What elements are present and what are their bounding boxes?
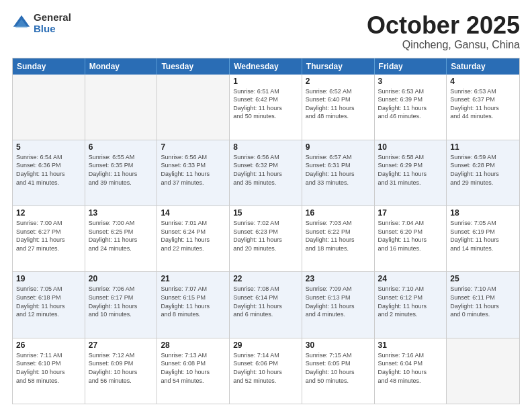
day-number: 29 <box>233 340 298 350</box>
day-info: Sunrise: 7:16 AM Sunset: 6:04 PM Dayligh… <box>378 351 443 385</box>
day-cell-13: 13Sunrise: 7:00 AM Sunset: 6:25 PM Dayli… <box>85 206 158 271</box>
logo-icon <box>12 14 31 33</box>
day-number: 20 <box>89 274 154 283</box>
calendar: SundayMondayTuesdayWednesdayThursdayFrid… <box>12 58 520 404</box>
header-cell-thursday: Thursday <box>302 58 375 75</box>
day-number: 11 <box>450 142 516 152</box>
calendar-header: SundayMondayTuesdayWednesdayThursdayFrid… <box>13 58 519 75</box>
day-info: Sunrise: 6:55 AM Sunset: 6:35 PM Dayligh… <box>89 153 154 187</box>
day-number: 24 <box>378 274 443 283</box>
calendar-row-1: 5Sunrise: 6:54 AM Sunset: 6:36 PM Daylig… <box>13 140 519 206</box>
day-info: Sunrise: 6:54 AM Sunset: 6:36 PM Dayligh… <box>16 153 81 187</box>
calendar-row-2: 12Sunrise: 7:00 AM Sunset: 6:27 PM Dayli… <box>13 206 519 272</box>
day-info: Sunrise: 6:56 AM Sunset: 6:33 PM Dayligh… <box>161 153 226 187</box>
day-info: Sunrise: 7:07 AM Sunset: 6:15 PM Dayligh… <box>161 285 226 318</box>
day-cell-15: 15Sunrise: 7:02 AM Sunset: 6:23 PM Dayli… <box>230 206 302 271</box>
header: General Blue October 2025 Qincheng, Gans… <box>12 12 520 51</box>
empty-cell <box>85 75 158 140</box>
day-number: 18 <box>450 208 516 218</box>
day-cell-7: 7Sunrise: 6:56 AM Sunset: 6:33 PM Daylig… <box>157 140 230 205</box>
logo-text: General Blue <box>34 12 71 34</box>
day-number: 6 <box>89 142 154 152</box>
day-number: 4 <box>450 77 516 86</box>
day-cell-26: 26Sunrise: 7:11 AM Sunset: 6:10 PM Dayli… <box>13 338 85 404</box>
day-number: 31 <box>378 340 443 350</box>
day-cell-30: 30Sunrise: 7:15 AM Sunset: 6:05 PM Dayli… <box>302 338 375 404</box>
day-cell-4: 4Sunrise: 6:53 AM Sunset: 6:37 PM Daylig… <box>447 75 519 140</box>
page: General Blue October 2025 Qincheng, Gans… <box>0 0 532 411</box>
month-title: October 2025 <box>367 12 520 39</box>
day-info: Sunrise: 6:56 AM Sunset: 6:32 PM Dayligh… <box>233 153 298 187</box>
empty-cell <box>13 75 85 140</box>
calendar-row-3: 19Sunrise: 7:05 AM Sunset: 6:18 PM Dayli… <box>13 272 519 338</box>
day-number: 10 <box>378 142 443 152</box>
day-info: Sunrise: 6:58 AM Sunset: 6:29 PM Dayligh… <box>378 153 443 187</box>
logo: General Blue <box>12 12 71 34</box>
day-info: Sunrise: 7:02 AM Sunset: 6:23 PM Dayligh… <box>233 219 298 253</box>
day-number: 26 <box>16 340 81 350</box>
day-info: Sunrise: 6:59 AM Sunset: 6:28 PM Dayligh… <box>450 153 516 187</box>
day-cell-10: 10Sunrise: 6:58 AM Sunset: 6:29 PM Dayli… <box>375 140 447 205</box>
day-number: 28 <box>161 340 226 350</box>
day-number: 23 <box>306 274 371 283</box>
day-info: Sunrise: 7:04 AM Sunset: 6:20 PM Dayligh… <box>378 219 443 253</box>
day-cell-12: 12Sunrise: 7:00 AM Sunset: 6:27 PM Dayli… <box>13 206 85 271</box>
day-info: Sunrise: 7:05 AM Sunset: 6:18 PM Dayligh… <box>16 285 81 318</box>
day-info: Sunrise: 7:10 AM Sunset: 6:12 PM Dayligh… <box>378 285 443 318</box>
day-info: Sunrise: 6:53 AM Sunset: 6:37 PM Dayligh… <box>450 87 516 121</box>
day-cell-19: 19Sunrise: 7:05 AM Sunset: 6:18 PM Dayli… <box>13 272 85 337</box>
header-cell-monday: Monday <box>85 58 158 75</box>
location-title: Qincheng, Gansu, China <box>367 39 520 51</box>
day-info: Sunrise: 6:57 AM Sunset: 6:31 PM Dayligh… <box>306 153 371 187</box>
title-block: October 2025 Qincheng, Gansu, China <box>367 12 520 51</box>
empty-cell <box>447 338 519 404</box>
logo-blue: Blue <box>34 24 71 35</box>
day-number: 7 <box>161 142 226 152</box>
day-number: 9 <box>306 142 371 152</box>
day-number: 14 <box>161 208 226 218</box>
day-info: Sunrise: 7:08 AM Sunset: 6:14 PM Dayligh… <box>233 285 298 318</box>
day-cell-25: 25Sunrise: 7:10 AM Sunset: 6:11 PM Dayli… <box>447 272 519 337</box>
day-info: Sunrise: 7:00 AM Sunset: 6:27 PM Dayligh… <box>16 219 81 253</box>
header-cell-wednesday: Wednesday <box>230 58 302 75</box>
day-info: Sunrise: 6:53 AM Sunset: 6:39 PM Dayligh… <box>378 87 443 121</box>
calendar-body: 1Sunrise: 6:51 AM Sunset: 6:42 PM Daylig… <box>13 75 519 404</box>
day-cell-29: 29Sunrise: 7:14 AM Sunset: 6:06 PM Dayli… <box>230 338 302 404</box>
day-info: Sunrise: 7:14 AM Sunset: 6:06 PM Dayligh… <box>233 351 298 385</box>
day-number: 2 <box>306 77 371 86</box>
day-number: 12 <box>16 208 81 218</box>
day-cell-22: 22Sunrise: 7:08 AM Sunset: 6:14 PM Dayli… <box>230 272 302 337</box>
day-cell-8: 8Sunrise: 6:56 AM Sunset: 6:32 PM Daylig… <box>230 140 302 205</box>
day-info: Sunrise: 7:05 AM Sunset: 6:19 PM Dayligh… <box>450 219 516 253</box>
day-number: 8 <box>233 142 298 152</box>
day-info: Sunrise: 6:51 AM Sunset: 6:42 PM Dayligh… <box>233 87 298 121</box>
day-cell-3: 3Sunrise: 6:53 AM Sunset: 6:39 PM Daylig… <box>375 75 447 140</box>
header-cell-saturday: Saturday <box>447 58 519 75</box>
header-cell-sunday: Sunday <box>13 58 85 75</box>
day-cell-20: 20Sunrise: 7:06 AM Sunset: 6:17 PM Dayli… <box>85 272 158 337</box>
day-info: Sunrise: 7:09 AM Sunset: 6:13 PM Dayligh… <box>306 285 371 318</box>
day-info: Sunrise: 7:12 AM Sunset: 6:09 PM Dayligh… <box>89 351 154 385</box>
day-number: 1 <box>233 77 298 86</box>
day-cell-31: 31Sunrise: 7:16 AM Sunset: 6:04 PM Dayli… <box>375 338 447 404</box>
day-number: 15 <box>233 208 298 218</box>
calendar-row-0: 1Sunrise: 6:51 AM Sunset: 6:42 PM Daylig… <box>13 75 519 140</box>
day-cell-5: 5Sunrise: 6:54 AM Sunset: 6:36 PM Daylig… <box>13 140 85 205</box>
day-cell-9: 9Sunrise: 6:57 AM Sunset: 6:31 PM Daylig… <box>302 140 375 205</box>
day-cell-16: 16Sunrise: 7:03 AM Sunset: 6:22 PM Dayli… <box>302 206 375 271</box>
day-number: 19 <box>16 274 81 283</box>
logo-general: General <box>34 12 71 24</box>
day-cell-18: 18Sunrise: 7:05 AM Sunset: 6:19 PM Dayli… <box>447 206 519 271</box>
day-cell-27: 27Sunrise: 7:12 AM Sunset: 6:09 PM Dayli… <box>85 338 158 404</box>
day-number: 16 <box>306 208 371 218</box>
day-info: Sunrise: 6:52 AM Sunset: 6:40 PM Dayligh… <box>306 87 371 121</box>
day-info: Sunrise: 7:15 AM Sunset: 6:05 PM Dayligh… <box>306 351 371 385</box>
day-cell-24: 24Sunrise: 7:10 AM Sunset: 6:12 PM Dayli… <box>375 272 447 337</box>
header-cell-friday: Friday <box>375 58 447 75</box>
day-cell-23: 23Sunrise: 7:09 AM Sunset: 6:13 PM Dayli… <box>302 272 375 337</box>
day-info: Sunrise: 7:06 AM Sunset: 6:17 PM Dayligh… <box>89 285 154 318</box>
day-info: Sunrise: 7:00 AM Sunset: 6:25 PM Dayligh… <box>89 219 154 253</box>
day-number: 25 <box>450 274 516 283</box>
day-number: 13 <box>89 208 154 218</box>
day-number: 21 <box>161 274 226 283</box>
